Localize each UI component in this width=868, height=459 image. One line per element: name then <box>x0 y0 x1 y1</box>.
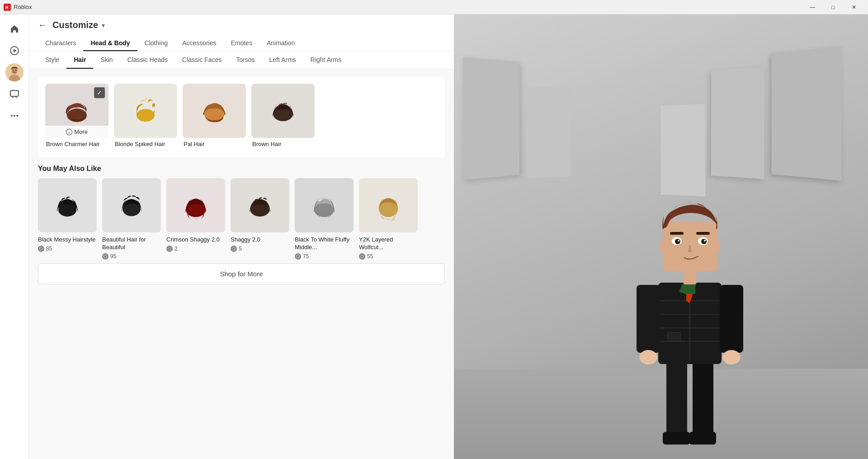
top-nav: ← Customize ▾ <box>38 20 445 30</box>
suggestion-card-crimson-shaggy[interactable]: Crimson Shaggy 2.0 ⬡ 2 <box>166 178 225 260</box>
suggestion-card-fluffy[interactable]: Black To White Fluffy Middle... ⬡ 75 <box>295 178 354 260</box>
sub-tab-torsos[interactable]: Torsos <box>229 52 262 69</box>
more-overlay[interactable]: i More <box>45 126 108 138</box>
suggestion-label-shaggy: Shaggy 2.0 <box>231 236 289 244</box>
suggestion-label-crimson: Crimson Shaggy 2.0 <box>166 236 225 244</box>
sub-tab-right-arms[interactable]: Right Arms <box>303 52 349 69</box>
suggestion-price-beautiful: ⬡ 95 <box>102 253 161 260</box>
maximize-button[interactable]: □ <box>823 0 844 14</box>
hair-svg-brown-charmer <box>57 90 97 131</box>
sidebar-item-chat[interactable] <box>5 85 24 103</box>
item-label-brown-charmer: Brown Charmer Hair <box>45 138 108 150</box>
info-icon: i <box>66 129 72 135</box>
svg-point-7 <box>12 70 13 71</box>
suggestion-label-beautiful: Beautiful Hair for Beautiful <box>102 236 161 251</box>
svg-point-8 <box>15 70 16 71</box>
svg-point-62 <box>713 241 721 252</box>
back-button[interactable]: ← <box>38 20 47 30</box>
hair-svg-shaggy <box>242 187 278 223</box>
suggestion-card-wolfcut[interactable]: Y2K Layered Wolfcut... ⬡ 55 <box>359 178 418 260</box>
suggestion-price-crimson: ⬡ 2 <box>166 246 225 252</box>
page-title: Customize <box>52 20 98 30</box>
tab-animation[interactable]: Animation <box>259 36 302 51</box>
hair-svg-blonde <box>125 90 166 131</box>
robux-icon-4: ⬡ <box>295 253 301 260</box>
suggestion-label-wolfcut: Y2K Layered Wolfcut... <box>359 236 418 251</box>
sub-tabs-bar: Style Hair Skin Classic Heads Classic Fa… <box>29 52 454 69</box>
hair-svg-beautiful <box>113 187 150 223</box>
item-label-pal: Pal Hair <box>183 138 246 150</box>
sidebar-item-avatar[interactable] <box>5 63 24 81</box>
close-button[interactable]: ✕ <box>844 0 864 14</box>
app-logo: R Roblox <box>4 4 32 11</box>
sub-tab-classic-faces[interactable]: Classic Faces <box>175 52 229 69</box>
svg-point-12 <box>16 115 18 117</box>
shop-more-button[interactable]: Shop for More <box>38 263 445 284</box>
roblox-icon: R <box>4 4 11 11</box>
suggestion-label-black-messy: Black Messy Hairstyle <box>38 236 97 244</box>
suggestion-thumb-fluffy <box>295 178 354 232</box>
suggestion-thumb-shaggy <box>231 178 289 232</box>
main-layout: ← Customize ▾ Characters Head & Body Clo… <box>0 14 868 459</box>
price-value-3: 5 <box>239 246 242 252</box>
svg-rect-47 <box>637 285 660 353</box>
viewport: R$ 0 <box>454 14 868 459</box>
item-card-brown-hair[interactable]: Brown Hair <box>251 84 315 150</box>
item-card-pal-hair[interactable]: Pal Hair <box>183 84 246 150</box>
panel-content: ✓ i More Brown Charmer Hair <box>29 69 454 459</box>
sidebar-item-home[interactable] <box>5 20 24 38</box>
equipped-items-grid: ✓ i More Brown Charmer Hair <box>45 84 438 150</box>
hair-svg-black-messy <box>49 187 85 223</box>
sub-tab-hair[interactable]: Hair <box>66 52 93 69</box>
suggestion-thumb-beautiful-hair <box>102 178 161 232</box>
character-3d <box>618 151 762 459</box>
svg-point-58 <box>701 239 707 244</box>
item-card-blonde-spiked[interactable]: Blonde Spiked Hair <box>114 84 177 150</box>
price-value-0: 85 <box>46 246 52 252</box>
suggestion-thumb-wolfcut <box>359 178 418 232</box>
tab-characters[interactable]: Characters <box>38 36 83 51</box>
robux-icon-1: ⬡ <box>102 253 108 260</box>
svg-rect-43 <box>667 332 681 341</box>
sub-tab-classic-heads[interactable]: Classic Heads <box>120 52 175 69</box>
svg-text:i: i <box>69 130 70 134</box>
robux-icon-5: ⬡ <box>359 253 365 260</box>
item-thumb-brown-charmer: ✓ i More <box>45 84 108 138</box>
sub-tab-style[interactable]: Style <box>38 52 66 69</box>
svg-point-10 <box>11 115 13 117</box>
minimize-button[interactable]: — <box>802 0 823 14</box>
sub-tab-left-arms[interactable]: Left Arms <box>262 52 303 69</box>
hair-svg-crimson <box>178 187 214 223</box>
titlebar: R Roblox — □ ✕ <box>0 0 868 14</box>
item-card-brown-charmer[interactable]: ✓ i More Brown Charmer Hair <box>45 84 108 150</box>
tab-accessories[interactable]: Accessories <box>175 36 223 51</box>
robux-icon-3: ⬡ <box>231 246 237 252</box>
sidebar-item-play[interactable] <box>5 42 24 60</box>
svg-rect-9 <box>10 90 19 96</box>
svg-point-57 <box>675 239 680 244</box>
robux-icon-2: ⬡ <box>166 246 173 252</box>
price-value-5: 55 <box>367 253 373 260</box>
item-thumb-blonde-spiked <box>114 84 177 138</box>
top-bar: ← Customize ▾ Characters Head & Body Clo… <box>29 14 454 52</box>
tab-head-body[interactable]: Head & Body <box>83 36 137 51</box>
sidebar-item-more[interactable] <box>5 107 24 125</box>
customize-dropdown-arrow[interactable]: ▾ <box>102 22 105 29</box>
svg-rect-35 <box>663 432 690 445</box>
svg-text:R: R <box>5 5 9 10</box>
suggestion-card-shaggy[interactable]: Shaggy 2.0 ⬡ 5 <box>231 178 289 260</box>
robux-icon-0: ⬡ <box>38 246 44 252</box>
tab-emotes[interactable]: Emotes <box>223 36 259 51</box>
suggestions-grid: Black Messy Hairstyle ⬡ 85 <box>38 178 445 260</box>
item-thumb-brown-hair <box>251 84 315 138</box>
suggestion-card-black-messy[interactable]: Black Messy Hairstyle ⬡ 85 <box>38 178 97 260</box>
hair-svg-pal <box>194 90 235 131</box>
sub-tab-skin[interactable]: Skin <box>93 52 120 69</box>
svg-point-50 <box>722 350 741 364</box>
suggestion-price-black-messy: ⬡ 85 <box>38 246 97 252</box>
svg-rect-33 <box>666 360 687 441</box>
suggestion-card-beautiful-hair[interactable]: Beautiful Hair for Beautiful ⬡ 95 <box>102 178 161 260</box>
svg-marker-3 <box>14 49 17 52</box>
tab-clothing[interactable]: Clothing <box>137 36 175 51</box>
svg-point-48 <box>639 350 657 364</box>
